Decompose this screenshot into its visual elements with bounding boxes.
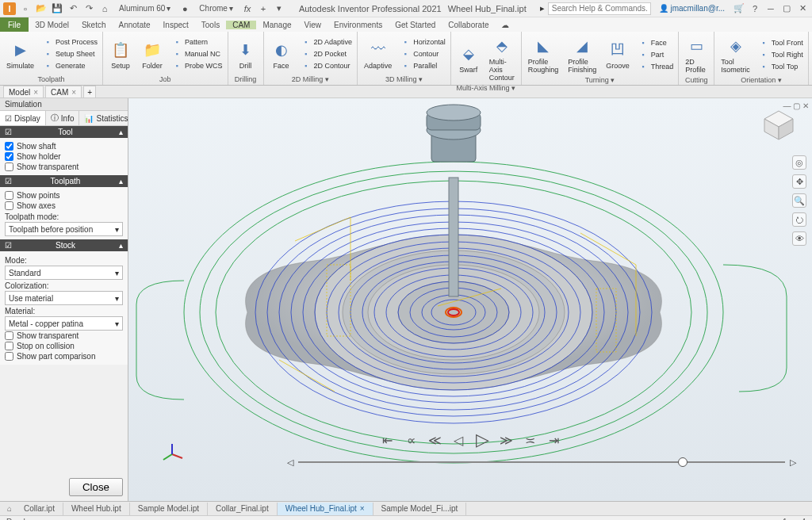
ribbon-tool-isometric[interactable]: ◈Tool Isometric: [718, 33, 753, 75]
model-tab[interactable]: Model×: [3, 86, 44, 98]
ribbon-manual-nc[interactable]: ▪Manual NC: [170, 48, 224, 59]
ribbon-profile-roughing[interactable]: ◣Profile Roughing: [525, 33, 562, 75]
ribbon--d-contour[interactable]: ▪2D Contour: [299, 60, 354, 71]
checkbox[interactable]: [5, 191, 13, 200]
collaborate-cloud-icon[interactable]: ☁: [495, 21, 515, 29]
ribbon-setup-sheet[interactable]: ▪Setup Sheet: [40, 48, 99, 59]
help-search-input[interactable]: [548, 2, 651, 15]
home-tab-icon[interactable]: ⌂: [3, 504, 16, 513]
filetab-3[interactable]: Collar_Final.ipt: [208, 503, 278, 515]
viewport-3d[interactable]: ◎ ✥ 🔍 ⭮ 👁 ⇤ ∝ ≪ ◁ ▷ ≫ ≍ ⇥ ◁ ▷ — ▢ ✕: [128, 98, 812, 501]
material-dropdown[interactable]: Aluminum 60▾: [114, 4, 175, 13]
ribbon-groove[interactable]: 凹Groove: [603, 37, 633, 71]
menu-collaborate[interactable]: Collaborate: [442, 21, 495, 29]
ribbon-parallel[interactable]: ▪Parallel: [398, 60, 447, 71]
tab-close-icon[interactable]: ×: [71, 88, 76, 97]
tab-info[interactable]: ⓘ Info: [46, 111, 80, 125]
ribbon-tool-front[interactable]: ▪Tool Front: [756, 37, 805, 48]
timeline-thumb[interactable]: [678, 457, 688, 467]
toolpath-check-0[interactable]: Show points: [5, 190, 123, 201]
undo-icon[interactable]: ↶: [67, 2, 79, 15]
goto-end-icon[interactable]: ⇥: [546, 433, 561, 448]
help-icon[interactable]: ?: [749, 2, 761, 15]
ribbon-face[interactable]: ◐Face: [267, 37, 296, 71]
menu-environments[interactable]: Environments: [327, 21, 389, 29]
ribbon-tool-right[interactable]: ▪Tool Right: [756, 49, 805, 60]
toolpath-mode-select[interactable]: Toolpath before position▾: [5, 222, 123, 236]
checkbox[interactable]: [5, 331, 13, 340]
filetab-2[interactable]: Sample Model.ipt: [130, 503, 208, 515]
ribbon-multi-axis-contour[interactable]: ⬘Multi-Axis Contour: [486, 33, 518, 83]
menu-3d-model[interactable]: 3D Model: [29, 21, 75, 29]
cam-tab[interactable]: CAM×: [45, 86, 82, 98]
step-back-icon[interactable]: ◁: [450, 433, 466, 448]
ribbon-horizontal[interactable]: ▪Horizontal: [398, 36, 447, 48]
menu-tools[interactable]: Tools: [195, 21, 226, 29]
ribbon-part[interactable]: ▪Part: [636, 49, 676, 60]
simulation-timeline[interactable]: ◁ ▷: [287, 457, 796, 468]
tab-statistics[interactable]: 📊 Statistics: [79, 111, 133, 125]
toolpath-check-1[interactable]: Show axes: [5, 201, 123, 211]
tool-check-2[interactable]: Show transparent: [5, 162, 123, 172]
ribbon--d-pocket[interactable]: ▪2D Pocket: [299, 48, 354, 59]
menu-annotate[interactable]: Annotate: [113, 21, 157, 29]
stock-check-2[interactable]: Show part comparison: [5, 351, 123, 361]
tool-check-1[interactable]: Show holder: [5, 151, 123, 162]
viewcube[interactable]: [761, 108, 796, 143]
ribbon-thread[interactable]: ▪Thread: [636, 61, 676, 72]
menu-sketch[interactable]: Sketch: [75, 21, 113, 29]
home-icon[interactable]: ⌂: [98, 2, 111, 15]
ribbon-folder[interactable]: 📁Folder: [138, 37, 167, 71]
ribbon-setup[interactable]: 📋Setup: [106, 37, 135, 71]
play-icon[interactable]: ▷: [474, 430, 490, 450]
ribbon-post-process[interactable]: ▪Post Process: [40, 36, 99, 48]
tab-close-icon[interactable]: ×: [33, 88, 38, 97]
zoom-icon[interactable]: 🔍: [792, 193, 806, 208]
ribbon-tool-top[interactable]: ▪Tool Top: [756, 61, 805, 72]
ribbon-contour[interactable]: ▪Contour: [398, 48, 447, 59]
steering-wheel-icon[interactable]: ◎: [792, 155, 806, 170]
appearance-dropdown[interactable]: Chrome▾: [194, 4, 238, 13]
redo-icon[interactable]: ↷: [82, 2, 95, 15]
filetab-5[interactable]: Sample Model_Fi...ipt: [373, 503, 467, 515]
ribbon-swarf[interactable]: ⬙Swarf: [454, 41, 483, 75]
viewport-minmax[interactable]: — ▢ ✕: [783, 101, 809, 110]
close-icon[interactable]: ✕: [796, 2, 809, 15]
ribbon-face[interactable]: ▪Face: [636, 37, 676, 48]
stock-material-select[interactable]: Metal - copper patina▾: [5, 316, 123, 331]
open-icon[interactable]: 📂: [35, 2, 48, 15]
more-icon[interactable]: ▾: [273, 2, 285, 15]
stock-mode-select[interactable]: Standard▾: [5, 266, 123, 280]
user-account[interactable]: 👤 jmacmillan@r...: [654, 4, 730, 13]
ribbon-adaptive[interactable]: 〰Adaptive: [361, 37, 395, 71]
ribbon-pattern[interactable]: ▪Pattern: [170, 36, 224, 48]
add-tab[interactable]: +: [83, 86, 96, 98]
menu-cam[interactable]: CAM: [226, 21, 256, 29]
toolpath-section-header[interactable]: ☑ Toolpath▴: [0, 175, 128, 187]
appearance-icon[interactable]: ●: [178, 2, 191, 15]
file-menu[interactable]: File: [0, 17, 29, 32]
ribbon-generate[interactable]: ▪Generate: [40, 60, 99, 71]
fx-icon[interactable]: fx: [241, 2, 254, 15]
cart-icon[interactable]: 🛒: [733, 2, 745, 15]
step-back-op-icon[interactable]: ∝: [403, 433, 419, 448]
menu-view[interactable]: View: [298, 21, 328, 29]
checkbox[interactable]: [5, 162, 13, 171]
checkbox[interactable]: [5, 152, 13, 161]
menu-inspect[interactable]: Inspect: [157, 21, 195, 29]
save-icon[interactable]: 💾: [51, 2, 63, 15]
stock-check-1[interactable]: Stop on collision: [5, 341, 123, 351]
ribbon-simulate[interactable]: ▶Simulate: [3, 37, 37, 71]
stock-section-header[interactable]: ☑ Stock▴: [0, 239, 128, 251]
rewind-icon[interactable]: ≪: [427, 433, 442, 448]
stock-check-0[interactable]: Show transparent: [5, 331, 123, 341]
filetab-0[interactable]: Collar.ipt: [16, 503, 63, 515]
tool-section-header[interactable]: ☑ Tool▴: [0, 126, 128, 138]
lookAt-icon[interactable]: 👁: [792, 231, 806, 246]
menu-manage[interactable]: Manage: [256, 21, 297, 29]
ribbon--d-profile[interactable]: ▭2D Profile: [682, 33, 710, 75]
pan-icon[interactable]: ✥: [792, 174, 806, 189]
step-forward-op-icon[interactable]: ≍: [522, 433, 538, 448]
ribbon-drill[interactable]: ⬇Drill: [232, 37, 260, 71]
filetab-1[interactable]: Wheel Hub.ipt: [63, 503, 130, 515]
